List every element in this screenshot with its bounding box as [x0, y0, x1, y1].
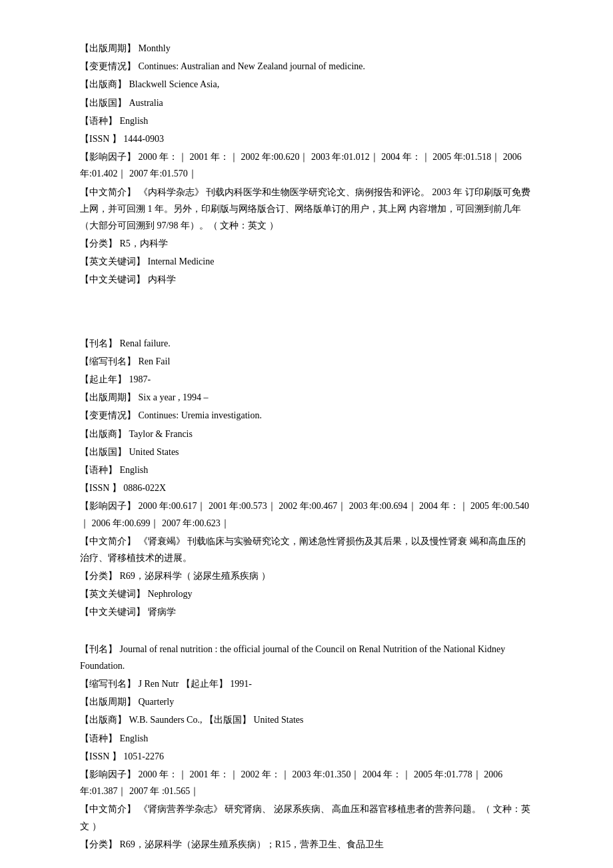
- value-abstract-1: 《内科学杂志》 刊载内科医学和生物医学研究论文、病例报告和评论。 2003 年 …: [80, 187, 530, 230]
- value-language-2: English: [120, 465, 149, 475]
- value-issn-3: 1051-2276: [123, 751, 164, 761]
- divider-2: [80, 322, 533, 335]
- value-category-3: R69，泌尿科学（泌尿生殖系疾病）；R15，营养卫生、食品卫生: [120, 839, 384, 849]
- value-year-2: 1987-: [129, 374, 151, 384]
- label-language-3: 【语种】: [80, 733, 117, 743]
- divider-1: [80, 308, 533, 322]
- value-language-1: English: [120, 116, 149, 126]
- value-category-1: R5，内科学: [120, 238, 168, 248]
- field-en-keyword-1: 【英文关键词】 Internal Medicine: [80, 253, 533, 270]
- value-year-3: 1991-: [230, 679, 252, 689]
- field-publication-period-1: 【出版周期】 Monthly: [80, 40, 533, 57]
- label-period-3: 【出版周期】: [80, 697, 136, 707]
- value-en-keyword-1: Internal Medicine: [148, 256, 215, 266]
- field-language-3: 【语种】 English: [80, 730, 533, 747]
- label-category-1: 【分类】: [80, 238, 117, 248]
- label-period-2: 【出版周期】: [80, 392, 136, 402]
- field-category-1: 【分类】 R5，内科学: [80, 235, 533, 252]
- label-publication-period-1: 【出版周期】: [80, 43, 136, 53]
- field-abstract-1: 【中文简介】 《内科学杂志》 刊载内科医学和生物医学研究论文、病例报告和评论。 …: [80, 184, 533, 234]
- main-content: 【出版周期】 Monthly 【变更情况】 Continues: Austral…: [80, 40, 533, 853]
- field-publisher-1: 【出版商】 Blackwell Science Asia,: [80, 76, 533, 93]
- field-cn-keyword-2: 【中文关键词】 肾病学: [80, 604, 533, 620]
- field-if-1: 【影响因子】 2000 年：｜ 2001 年：｜ 2002 年:00.620｜ …: [80, 149, 533, 182]
- value-abbr-2: Ren Fail: [139, 356, 171, 366]
- value-country-1: Australia: [129, 98, 163, 108]
- field-issn-3: 【ISSN 】 1051-2276: [80, 748, 533, 765]
- label-abstract-2: 【中文简介】: [80, 536, 136, 546]
- value-if-3: 2000 年：｜ 2001 年：｜ 2002 年：｜ 2003 年:01.350…: [80, 769, 502, 796]
- value-cn-keyword-1: 内科学: [148, 274, 176, 284]
- value-period-2: Six a year , 1994 –: [139, 392, 209, 402]
- value-issn-2: 0886-022X: [123, 483, 166, 493]
- section-2: 【刊名】 Renal failure. 【缩写刊名】 Ren Fail 【起止年…: [80, 335, 533, 621]
- label-issn-2: 【ISSN 】: [80, 483, 121, 493]
- field-language-1: 【语种】 English: [80, 113, 533, 129]
- label-abstract-3: 【中文简介】: [80, 804, 136, 814]
- value-title-3-inline: 【刊名】 Journal of renal nutrition : the of…: [80, 644, 505, 671]
- value-country-3: United States: [253, 715, 303, 725]
- field-abbr-2: 【缩写刊名】 Ren Fail: [80, 353, 533, 370]
- value-country-2: United States: [129, 447, 179, 457]
- field-abstract-2: 【中文简介】 《肾衰竭》 刊载临床与实验研究论文，阐述急性肾损伤及其后果，以及慢…: [80, 533, 533, 566]
- value-change-2: Continues: Uremia investigation.: [139, 410, 262, 420]
- field-if-3: 【影响因子】 2000 年：｜ 2001 年：｜ 2002 年：｜ 2003 年…: [80, 766, 533, 799]
- value-cn-keyword-2: 肾病学: [148, 607, 176, 617]
- label-publisher-2: 【出版商】: [80, 429, 127, 439]
- value-publisher-2: Taylor & Francis: [129, 429, 193, 439]
- value-abstract-3: 《肾病营养学杂志》 研究肾病、 泌尿系疾病、 高血压和器官移植患者的营养问题。（…: [80, 804, 530, 831]
- label-if-2: 【影响因子】: [80, 501, 136, 511]
- value-issn-1: 1444-0903: [123, 134, 164, 144]
- label-year-2: 【起止年】: [80, 374, 127, 384]
- label-country-1: 【出版国】: [80, 98, 127, 108]
- field-language-2: 【语种】 English: [80, 462, 533, 478]
- label-change-2: 【变更情况】: [80, 410, 136, 420]
- section-3: 【刊名】 Journal of renal nutrition : the of…: [80, 641, 533, 853]
- label-abbr-2: 【缩写刊名】: [80, 356, 136, 366]
- label-issn-1: 【ISSN 】: [80, 134, 121, 144]
- label-abstract-1: 【中文简介】: [80, 187, 136, 197]
- label-category-2: 【分类】: [80, 571, 117, 581]
- field-title-2: 【刊名】 Renal failure.: [80, 335, 533, 352]
- label-en-keyword-1: 【英文关键词】: [80, 256, 145, 266]
- field-change-2: 【变更情况】 Continues: Uremia investigation.: [80, 407, 533, 424]
- label-publisher-1: 【出版商】: [80, 79, 127, 89]
- value-abstract-2: 《肾衰竭》 刊载临床与实验研究论文，阐述急性肾损伤及其后果，以及慢性肾衰 竭和高…: [80, 536, 526, 563]
- field-abstract-3: 【中文简介】 《肾病营养学杂志》 研究肾病、 泌尿系疾病、 高血压和器官移植患者…: [80, 801, 533, 834]
- section-1: 【出版周期】 Monthly 【变更情况】 Continues: Austral…: [80, 40, 533, 288]
- field-issn-1: 【ISSN 】 1444-0903: [80, 131, 533, 147]
- value-publisher-1: Blackwell Science Asia,: [129, 79, 220, 89]
- field-if-2: 【影响因子】 2000 年:00.617｜ 2001 年:00.573｜ 200…: [80, 498, 533, 531]
- value-category-2: R69，泌尿科学（ 泌尿生殖系疾病 ）: [120, 571, 271, 581]
- label-country-3: 【出版国】: [205, 715, 251, 725]
- field-country-1: 【出版国】 Australia: [80, 95, 533, 111]
- field-change-1: 【变更情况】 Continues: Australian and New Zea…: [80, 58, 533, 75]
- value-abbr-3: J Ren Nutr: [139, 679, 179, 689]
- field-cn-keyword-1: 【中文关键词】 内科学: [80, 271, 533, 288]
- field-en-keyword-2: 【英文关键词】 Nephrology: [80, 586, 533, 602]
- label-abbr-3: 【缩写刊名】: [80, 679, 136, 689]
- value-period-3: Quarterly: [139, 697, 175, 707]
- label-language-1: 【语种】: [80, 116, 117, 126]
- label-if-1: 【影响因子】: [80, 152, 136, 162]
- label-language-2: 【语种】: [80, 465, 117, 475]
- value-if-1: 2000 年：｜ 2001 年：｜ 2002 年:00.620｜ 2003 年:…: [80, 152, 522, 179]
- label-cn-keyword-1: 【中文关键词】: [80, 274, 145, 284]
- field-publisher-2: 【出版商】 Taylor & Francis: [80, 426, 533, 442]
- label-change-1: 【变更情况】: [80, 61, 136, 71]
- field-abbr-year-3: 【缩写刊名】 J Ren Nutr 【起止年】 1991-: [80, 675, 533, 692]
- field-category-2: 【分类】 R69，泌尿科学（ 泌尿生殖系疾病 ）: [80, 568, 533, 584]
- value-language-3: English: [120, 733, 149, 743]
- label-country-2: 【出版国】: [80, 447, 127, 457]
- label-en-keyword-2: 【英文关键词】: [80, 589, 145, 599]
- label-publisher-3: 【出版商】: [80, 715, 127, 725]
- field-country-2: 【出版国】 United States: [80, 444, 533, 460]
- label-category-3: 【分类】: [80, 839, 117, 849]
- value-change-1: Continues: Australian and New Zealand jo…: [139, 61, 366, 71]
- label-cn-keyword-2: 【中文关键词】: [80, 607, 145, 617]
- value-title-2: Renal failure.: [120, 338, 171, 348]
- field-issn-2: 【ISSN 】 0886-022X: [80, 480, 533, 496]
- field-category-3: 【分类】 R69，泌尿科学（泌尿生殖系疾病）；R15，营养卫生、食品卫生: [80, 836, 533, 853]
- value-publication-period-1: Monthly: [139, 43, 171, 53]
- field-period-2: 【出版周期】 Six a year , 1994 –: [80, 389, 533, 406]
